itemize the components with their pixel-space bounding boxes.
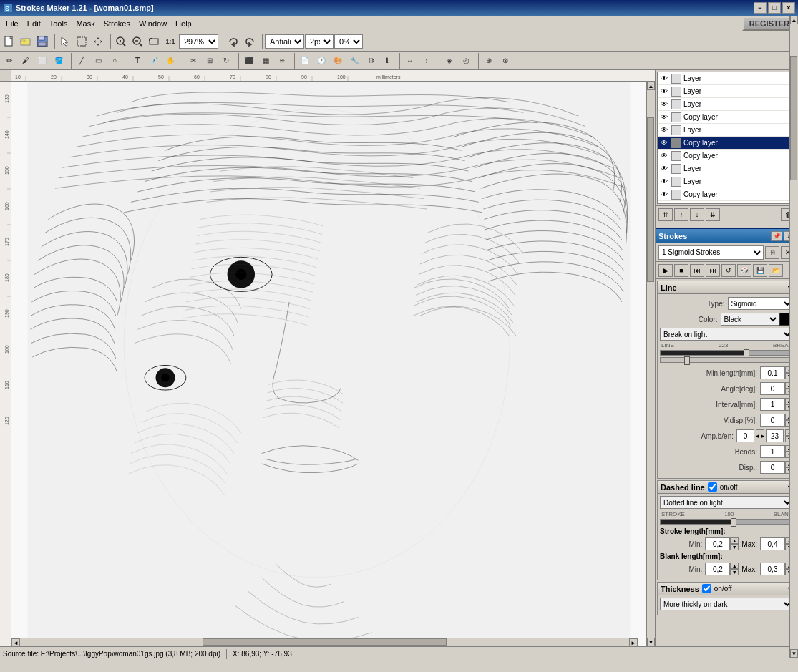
extra2-tool[interactable]: ⊗ [497,53,513,69]
stroke-min-input[interactable] [705,537,730,550]
dashed-slider-thumb[interactable] [731,518,736,527]
break-select[interactable]: Break on light No break Break on dark [660,328,794,341]
scroll-left-btn[interactable]: ◄ [11,638,20,646]
v-scroll-thumb-canvas[interactable] [647,117,654,282]
crop-tool[interactable]: ✂ [185,53,201,69]
v-scrollbar-canvas[interactable]: ▲ ▼ [646,82,655,646]
rotate-tool[interactable]: ↻ [218,53,234,69]
strokes-copy-btn[interactable]: ⎘ [765,246,779,259]
strokes-save-btn[interactable]: 💾 [753,264,767,277]
scroll-up-btn-right[interactable]: ▲ [790,16,798,24]
blank-min-down-btn[interactable]: ▼ [730,569,739,575]
dashed-slider-track[interactable] [660,519,794,525]
layer-eye-icon[interactable]: 👁 [659,87,669,97]
amp-input2[interactable] [766,429,784,442]
menu-file[interactable]: File [1,18,23,29]
redo-button[interactable] [242,34,258,49]
blank-min-up-btn[interactable]: ▲ [730,563,739,569]
layer-row[interactable]: 👁 Copy layer [658,188,796,201]
brush-tool[interactable]: 🖌 [18,53,34,69]
thickness-section-header[interactable]: Thickness on/off ▼ [658,583,796,595]
register-button[interactable]: REGISTER [742,16,797,31]
layer-eye-icon[interactable]: 👁 [659,74,669,84]
scroll-down-btn-right[interactable]: ▼ [790,649,798,658]
extra1-tool[interactable]: ⊕ [481,53,497,69]
layer-row[interactable]: 👁 Copy layer [658,150,796,162]
text-tool[interactable]: T [130,53,145,69]
menu-strokes[interactable]: Strokes [99,18,135,29]
dashed-enabled-checkbox[interactable] [708,482,717,492]
layer-eye-icon[interactable]: 👁 [659,190,669,200]
amp-arrow-btn[interactable]: ◄► [756,429,764,442]
dashed-section-header[interactable]: Dashed line on/off ▼ [658,481,796,494]
layer-move-up-btn[interactable]: ↑ [674,208,688,221]
zoom-out-button[interactable] [130,34,145,49]
color-select[interactable]: Black White [721,313,780,326]
open-button[interactable] [18,34,34,49]
strokes-next-btn[interactable]: ⏭ [706,264,720,277]
pan-tool[interactable]: ✋ [162,53,178,69]
rect-select-tool[interactable] [74,34,89,49]
layer-row[interactable]: 👁 Layer [658,175,796,188]
layer-row[interactable]: 👁 Layer [658,124,796,137]
break-slider-track2[interactable] [660,357,794,363]
layer-row[interactable]: 👁 Layer [658,72,796,85]
eyedropper-tool[interactable]: 💉 [146,53,162,69]
layer-eye-icon[interactable]: 👁 [659,125,669,135]
strokes-loop-btn[interactable]: ↺ [721,264,736,277]
v-scroll-track-right[interactable] [790,24,798,649]
rect-tool[interactable]: ▭ [90,53,106,69]
gradient-tool[interactable]: ▦ [258,53,273,69]
menu-mask[interactable]: Mask [72,18,99,29]
amp-input1[interactable] [736,429,754,442]
zoom-in-button[interactable] [113,34,129,49]
h-scroll-thumb[interactable] [203,638,446,646]
menu-window[interactable]: Window [135,18,171,29]
flip-h-tool[interactable]: ↔ [402,53,418,69]
v-scrollbar-right[interactable]: ▲ ▼ [789,16,798,658]
transform-tool[interactable]: ⊞ [202,53,218,69]
layer-eye-icon[interactable]: 👁 [659,164,669,174]
titlebar-buttons[interactable]: − □ × [754,2,795,14]
history-tool[interactable]: 🕐 [313,53,329,69]
v-scroll-thumb-right[interactable] [790,56,797,181]
bends-input[interactable] [760,445,785,458]
strokes-prev-btn[interactable]: ⏮ [690,264,704,277]
layer-row[interactable]: 👁 Layer [658,162,796,175]
layer-eye-icon[interactable]: 👁 [659,177,669,187]
v-scroll-track-canvas[interactable] [647,90,655,638]
strokes-load-btn[interactable]: 📂 [769,264,783,277]
menu-edit[interactable]: Edit [23,18,45,29]
break-slider-thumb2[interactable] [684,356,690,365]
layer-move-bottom-btn[interactable]: ⇊ [706,208,720,221]
layer-row[interactable]: 👁 Copy layer [658,111,796,124]
close-button[interactable]: × [782,2,795,14]
line-tool[interactable]: ╱ [74,53,89,69]
filters-tool[interactable]: 🔧 [346,53,362,69]
layer-eye-icon[interactable]: 👁 [659,203,669,205]
move-tool[interactable] [90,34,106,49]
eraser-tool[interactable]: ⬜ [34,53,50,69]
disp-input[interactable] [760,461,785,474]
layers-tool[interactable]: 📄 [297,53,313,69]
line-section-header[interactable]: Line ▼ [658,281,796,294]
stroke-max-input[interactable] [760,537,785,550]
type-select[interactable]: Sigmoid Linear Bezier [728,297,794,310]
layer-row[interactable]: 👁 Layer [658,98,796,111]
min-length-input[interactable] [760,366,785,379]
h-scrollbar[interactable]: ◄ ► [11,638,638,646]
adjust-tool[interactable]: ⚙ [363,53,379,69]
layer-row[interactable]: 👁 Copy layer [658,201,796,204]
brush-size-select[interactable]: 2px 1px 4px [305,34,334,49]
flip-v-tool[interactable]: ↕ [419,53,434,69]
blur-tool[interactable]: ◎ [458,53,474,69]
pencil-tool[interactable]: ✏ [1,53,17,69]
layer-row-selected[interactable]: 👁 Copy layer [658,137,796,150]
scroll-right-btn[interactable]: ► [629,638,638,646]
zoom-select[interactable]: 297% 100% 200% [179,34,218,49]
thickness-preset-select[interactable]: More thickly on dark More thickly on lig… [660,598,794,610]
strokes-pin-btn[interactable]: 📌 [771,231,782,241]
blank-max-input[interactable] [760,563,785,575]
new-button[interactable] [1,34,17,49]
menu-tools[interactable]: Tools [45,18,72,29]
